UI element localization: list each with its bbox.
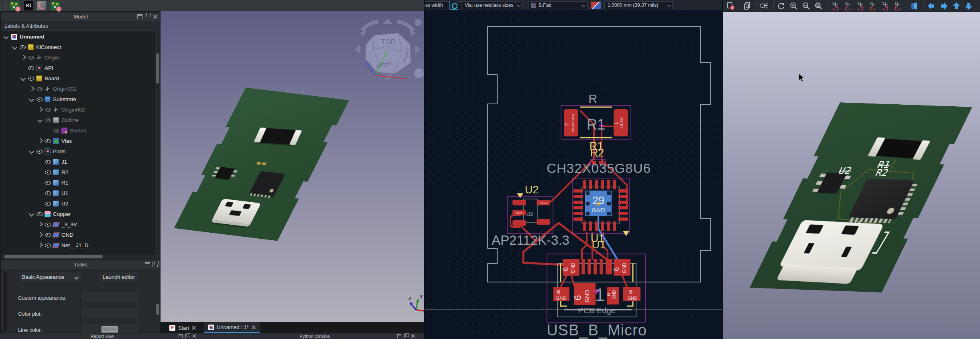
board-new-icon[interactable]: +	[10, 1, 19, 10]
expander-closed-icon[interactable]	[37, 242, 43, 248]
pad[interactable]	[618, 195, 628, 198]
appearance-select[interactable]: Basic Appearance	[18, 272, 81, 282]
visibility-eye-icon[interactable]	[36, 148, 43, 154]
color-plot-button[interactable]: ...	[80, 308, 139, 319]
regulator-3d[interactable]	[215, 167, 235, 179]
flip-board-icon[interactable]	[909, 1, 920, 11]
pad[interactable]	[613, 180, 616, 189]
close-icon[interactable]	[152, 14, 158, 19]
pad[interactable]	[595, 221, 598, 231]
layer-select[interactable]: B.Fab	[528, 1, 588, 9]
rotate-x-ccw-icon[interactable]: X	[842, 1, 854, 11]
via-tool-button[interactable]	[449, 1, 458, 10]
export-board-icon[interactable]	[725, 1, 736, 11]
pcb-3d-model[interactable]	[174, 87, 349, 241]
tree-item-gnd[interactable]: GND	[1, 229, 155, 240]
tab-start[interactable]: FStart	[165, 322, 200, 333]
visibility-eye-icon[interactable]	[45, 117, 51, 123]
visibility-eye-icon[interactable]	[36, 211, 43, 217]
tree-item-sketch[interactable]: Sketch	[1, 125, 155, 136]
tree-item-parts[interactable]: Parts	[1, 146, 155, 156]
pad[interactable]	[589, 221, 592, 231]
pad-pin[interactable]	[600, 259, 603, 274]
tree-item-origin002[interactable]: Origin002	[1, 104, 155, 115]
tree-item-outline[interactable]: Outline	[1, 115, 155, 125]
expander-open-icon[interactable]	[29, 96, 35, 102]
tree-item-r2[interactable]: R2	[1, 167, 155, 177]
pad[interactable]	[613, 221, 616, 231]
tree-item-vias[interactable]: Vias	[1, 136, 155, 146]
pad-2[interactable]	[564, 109, 578, 136]
mcu-chip-3d[interactable]	[249, 171, 285, 196]
expander-open-icon[interactable]	[29, 211, 35, 217]
visibility-eye-icon[interactable]	[19, 44, 26, 50]
expander-closed-icon[interactable]	[20, 55, 26, 60]
pad[interactable]	[618, 217, 628, 221]
board-pull-icon[interactable]: ↓	[51, 1, 60, 10]
float-icon[interactable]	[404, 334, 408, 338]
zoom-in-icon[interactable]	[788, 1, 799, 11]
visibility-eye-icon[interactable]	[45, 158, 51, 165]
float-icon[interactable]	[145, 14, 150, 19]
expander-closed-icon[interactable]	[37, 221, 43, 227]
visibility-eye-icon[interactable]	[45, 138, 51, 144]
pad[interactable]	[607, 221, 610, 231]
pad[interactable]	[607, 180, 610, 189]
layer-pair-icon[interactable]	[591, 2, 601, 9]
rotate-z-cw-icon[interactable]: Z	[880, 1, 891, 11]
tree-horizontal-scrollbar[interactable]	[1, 254, 155, 260]
rotate-x-cw-icon[interactable]: X	[830, 1, 841, 11]
grid-select[interactable]: 1.0000 mm (39.37 mils)	[604, 1, 673, 9]
pad[interactable]	[618, 189, 628, 193]
tree-item-origin[interactable]: Origin	[1, 52, 155, 63]
float-icon[interactable]	[152, 262, 158, 267]
pad-3[interactable]	[512, 220, 526, 226]
visibility-eye-icon[interactable]	[45, 200, 51, 207]
rotate-y-cw-icon[interactable]: Y	[855, 1, 866, 11]
pad[interactable]	[573, 206, 583, 209]
tree-vertical-scrollbar[interactable]	[155, 31, 160, 254]
visibility-eye-icon[interactable]	[45, 179, 51, 186]
pad[interactable]	[573, 195, 583, 198]
tree-item-unnamed[interactable]: Unnamed	[1, 31, 155, 42]
expander-open-icon[interactable]	[4, 34, 9, 39]
zoom-fit-icon[interactable]	[813, 1, 824, 11]
rotate-left-arrow-icon[interactable]	[362, 22, 378, 30]
close-icon[interactable]	[411, 334, 415, 338]
expander-open-icon[interactable]	[12, 44, 18, 50]
visibility-eye-icon[interactable]	[45, 221, 51, 227]
tree-item-j1[interactable]: J1	[1, 156, 155, 167]
visibility-eye-icon[interactable]	[45, 242, 51, 248]
pad[interactable]	[589, 180, 592, 189]
expander-open-icon[interactable]	[20, 75, 26, 81]
pan-left-icon[interactable]	[926, 1, 937, 11]
visibility-eye-icon[interactable]	[53, 127, 59, 134]
visibility-eye-icon[interactable]	[45, 190, 51, 196]
resistor-3d[interactable]	[257, 128, 299, 144]
kicad-icon[interactable]: Ki	[24, 1, 33, 10]
3d-viewer-viewport[interactable]: R1 R2 U2 U1 U1	[723, 12, 980, 339]
pad-pin[interactable]	[588, 259, 591, 274]
visibility-eye-icon[interactable]	[36, 96, 43, 102]
report-view-header[interactable]: Report view	[0, 333, 205, 339]
pad[interactable]	[583, 180, 586, 189]
pan-right-arrow-icon[interactable]	[415, 45, 421, 54]
tree-item-origin001[interactable]: Origin001	[1, 83, 155, 94]
navigation-cube[interactable]: TOP FRONT RIGHT	[350, 15, 424, 83]
pad-1[interactable]	[512, 200, 526, 205]
close-icon[interactable]	[252, 325, 256, 329]
visibility-eye-icon[interactable]	[45, 169, 51, 175]
tasks-panel-titlebar[interactable]: Tasks	[1, 260, 160, 269]
visibility-eye-icon[interactable]	[28, 65, 34, 71]
raytrace-icon[interactable]	[759, 1, 770, 11]
pan-down-icon[interactable]	[963, 1, 974, 11]
pcb-3d-render[interactable]: R1 R2 U2 U1 U1	[749, 102, 972, 292]
launch-editor-button[interactable]: Launch editor	[99, 272, 139, 282]
pad[interactable]	[595, 180, 598, 189]
expander-closed-icon[interactable]	[37, 232, 43, 238]
tasks-vertical-scrollbar[interactable]	[156, 304, 159, 315]
python-console-header[interactable]: Python console	[205, 333, 424, 339]
visibility-eye-icon[interactable]	[45, 231, 51, 238]
tab-unnamed-1-[interactable]: Unnamed : 1*	[204, 322, 260, 333]
minimize-icon[interactable]	[145, 262, 150, 267]
